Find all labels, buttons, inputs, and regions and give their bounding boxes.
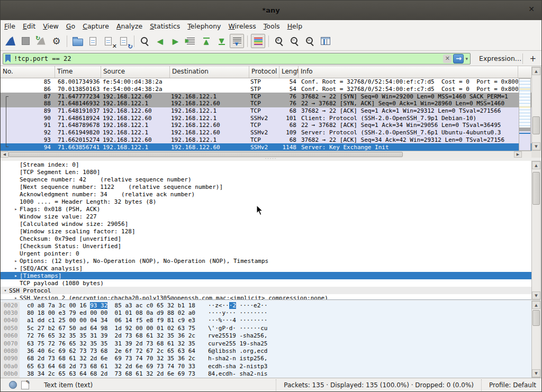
hex-bytes[interactable]: a1 dd c1 25 00 00 04 34 06 14 f5 e8 f9 8… (27, 317, 195, 324)
packet-row[interactable]: 9171.648789678192.168.122.1192.168.122.6… (1, 122, 531, 129)
expand-icon[interactable]: ▸ (12, 266, 20, 271)
go-bottom-button[interactable]: ▼ (214, 34, 229, 48)
hex-ascii[interactable]: 6@libssh .org,ecd (208, 348, 268, 354)
collapse-icon[interactable]: ▾ (2, 288, 9, 293)
packet-row[interactable]: 9371.662015274192.168.122.60192.168.122.… (1, 136, 531, 144)
filter-value[interactable]: !tcp.port == 22 (14, 55, 443, 62)
packet-row[interactable]: 8670.013850163fe:54:00:d4:38:2aSTP54Conf… (1, 86, 531, 93)
menu-capture[interactable]: Capture (79, 21, 113, 31)
go-to-packet-button[interactable]: ▶ (184, 34, 198, 48)
hex-bytes[interactable]: 36 40 6c 69 62 73 73 68 2e 6f 72 67 2c 6… (27, 348, 195, 354)
hex-row[interactable]: 006072 76 65 32 35 35 31 39 2d 73 68 61 … (1, 332, 531, 340)
hex-ascii[interactable]: ····y··· ········ (208, 309, 268, 316)
scroll-up-icon[interactable]: ▲ (532, 67, 540, 75)
detail-row[interactable]: [TCP Segment Len: 1080] (1, 168, 531, 176)
hex-bytes[interactable]: 65 63 64 68 2d 73 68 61 32 2d 6e 69 73 7… (27, 363, 195, 370)
detail-row[interactable]: TCP payload (1080 bytes) (1, 279, 531, 287)
capture-comment-icon[interactable]: ✎ (21, 381, 29, 389)
menu-file[interactable]: File (1, 21, 19, 31)
hex-ascii[interactable]: 84,ecdh- sha2-nis (208, 370, 268, 377)
menu-telephony[interactable]: Telephony (184, 21, 224, 31)
hex-bytes[interactable]: 68 2d 73 68 61 32 2d 6e 69 73 74 70 32 3… (27, 355, 195, 362)
packet-row[interactable]: 8771.647777234192.168.122.60192.168.122.… (1, 93, 531, 100)
column-header-source[interactable]: Source (101, 66, 170, 78)
scroll-up-icon[interactable]: ▲ (532, 301, 540, 309)
menu-analyze[interactable]: Analyze (113, 21, 146, 31)
hex-row[interactable]: 00b038 34 2c 65 63 64 68 2d 73 68 61 32 … (1, 370, 531, 378)
find-packet-button[interactable] (138, 34, 152, 48)
bookmark-icon[interactable] (5, 54, 11, 62)
column-header-no[interactable]: No. (1, 66, 55, 78)
hex-ascii[interactable]: rve25519 -sha256, (208, 332, 268, 339)
column-header-length[interactable]: Length (279, 66, 299, 78)
column-header-protocol[interactable]: Protocol (249, 66, 279, 78)
menu-edit[interactable]: Edit (19, 21, 39, 31)
detail-row[interactable]: [Next sequence number: 1122 (relative se… (1, 183, 531, 190)
hex-bytes[interactable]: 38 34 2c 65 63 64 68 2d 73 68 61 32 2d 6… (27, 370, 195, 377)
hex-row[interactable]: 00505c 27 b2 67 50 ad 64 98 1d 92 00 00 … (1, 324, 531, 332)
detail-row[interactable]: Window size value: 227 (1, 213, 531, 220)
hex-row[interactable]: 00a065 63 64 68 2d 73 68 61 32 2d 6e 69 … (1, 362, 531, 370)
hex-row[interactable]: 008036 40 6c 69 62 73 73 68 2e 6f 72 67 … (1, 347, 531, 354)
detail-row[interactable]: 1000 .... = Header Length: 32 bytes (8) (1, 198, 531, 205)
open-file-button[interactable] (70, 34, 85, 48)
packet-row[interactable]: 8871.648146932192.168.122.1192.168.122.6… (1, 100, 531, 107)
detail-row[interactable]: [Calculated window size: 29056] (1, 220, 531, 227)
packet-list-scrollbar[interactable]: ▲ ▼ (531, 67, 541, 151)
packet-row[interactable]: 9471.663856741192.168.122.1192.168.122.6… (1, 143, 531, 151)
go-forward-button[interactable]: ▶ (168, 34, 183, 48)
detail-row[interactable]: ▸Flags: 0x018 (PSH, ACK) (1, 205, 531, 213)
detail-row[interactable]: ▾SSH Protocol (1, 287, 531, 294)
zoom-out-button[interactable]: − (287, 34, 302, 48)
scroll-down-icon[interactable]: ▼ (532, 142, 540, 150)
hex-ascii[interactable]: \'·gP·d· ······cu (208, 325, 268, 332)
apply-filter-button[interactable]: → (453, 54, 464, 63)
scroll-down-icon[interactable]: ▼ (532, 369, 540, 377)
go-top-button[interactable]: ▲ (199, 34, 213, 48)
hex-row[interactable]: 007063 75 72 76 65 32 35 35 31 39 2d 73 … (1, 340, 531, 347)
reload-file-button[interactable]: ↻ (116, 34, 131, 48)
hex-ascii[interactable]: h-sha2-n istp256, (208, 355, 268, 362)
add-filter-button[interactable]: + (522, 53, 536, 64)
filter-input[interactable]: !tcp.port == 22 ✕ → ▾ (3, 53, 471, 65)
detail-row[interactable]: ▸[Timestamps] (1, 272, 531, 279)
expand-icon[interactable]: ▸ (12, 273, 20, 278)
packet-row[interactable]: 9071.648618924192.168.122.60192.168.122.… (1, 114, 531, 122)
scroll-up-icon[interactable]: ▲ (532, 161, 540, 169)
status-profile[interactable]: Profile: Default (481, 379, 541, 391)
hex-row[interactable]: 009068 2d 73 68 61 32 2d 6e 69 73 74 70 … (1, 355, 531, 362)
start-capture-button[interactable] (3, 34, 17, 48)
details-scrollbar[interactable]: ▲ ▼ (531, 161, 541, 300)
zoom-reset-button[interactable]: = (303, 34, 317, 48)
hex-row[interactable]: 0040a1 dd c1 25 00 00 04 34 06 14 f5 e8 … (1, 317, 531, 324)
detail-row[interactable]: ▸SSH Version 2 (encryption:chacha20-poly… (1, 294, 531, 300)
hex-bytes[interactable]: 72 76 65 32 35 35 31 39 2d 73 68 61 32 3… (27, 332, 195, 339)
hex-ascii[interactable]: ··z<···2 ····e2·· (208, 302, 268, 309)
expand-icon[interactable]: ▸ (12, 295, 20, 300)
detail-row[interactable]: [Stream index: 0] (1, 161, 531, 168)
scroll-right-icon[interactable]: ▶ (514, 151, 522, 158)
menu-help[interactable]: Help (284, 21, 306, 31)
detail-row[interactable]: [Checksum Status: Unverified] (1, 242, 531, 250)
hscrollbar-thumb[interactable] (8, 152, 403, 157)
hex-bytes[interactable]: 80 18 00 e3 79 ed 00 00 01 01 08 0a d9 8… (27, 309, 195, 316)
scroll-left-icon[interactable]: ◀ (1, 151, 8, 158)
hex-row[interactable]: 003080 18 00 e3 79 ed 00 00 01 01 08 0a … (1, 309, 531, 316)
hex-bytes[interactable]: c0 a8 7a 3c 00 16 93 32 85 a3 ac c0 65 3… (27, 302, 195, 309)
close-file-button[interactable]: ✕ (101, 34, 115, 48)
detail-row[interactable]: Urgent pointer: 0 (1, 250, 531, 257)
go-back-button[interactable]: ◀ (153, 34, 167, 48)
scrollbar-thumb[interactable] (532, 310, 540, 326)
save-file-button[interactable] (86, 34, 100, 48)
packet-list-minimap[interactable] (519, 78, 531, 151)
hex-bytes[interactable]: 63 75 72 76 65 32 35 35 31 39 2d 73 68 6… (27, 340, 195, 347)
capture-options-button[interactable]: ⚙ (49, 34, 64, 48)
menu-wireless[interactable]: Wireless (225, 21, 260, 31)
colorize-button[interactable] (251, 34, 265, 48)
hex-ascii[interactable]: ecdh-sha 2-nistp3 (208, 363, 268, 370)
column-header-info[interactable]: Info (299, 66, 518, 78)
scrollbar-thumb[interactable] (532, 172, 540, 205)
menu-view[interactable]: View (39, 21, 62, 31)
expand-icon[interactable]: ▸ (12, 206, 20, 212)
filter-dropdown-icon[interactable]: ▾ (465, 56, 468, 61)
